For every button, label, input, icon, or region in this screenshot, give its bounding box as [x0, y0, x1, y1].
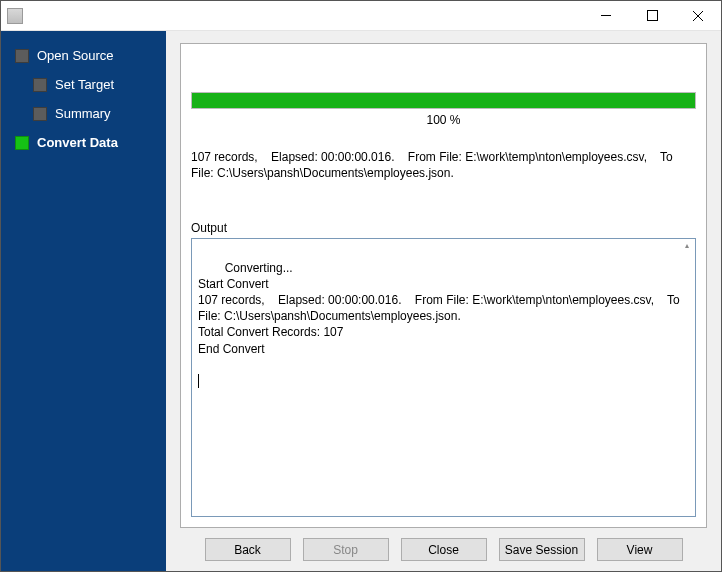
text-cursor: [198, 374, 199, 388]
output-content: Converting... Start Convert 107 records,…: [198, 261, 683, 356]
progress-label: 100 %: [191, 113, 696, 127]
close-window-button[interactable]: [675, 1, 721, 30]
sidebar-item-label: Convert Data: [37, 135, 118, 150]
minimize-button[interactable]: [583, 1, 629, 30]
progress-fill: [192, 93, 695, 108]
window-controls: [583, 1, 721, 30]
summary-text: 107 records, Elapsed: 00:00:00.016. From…: [191, 149, 696, 181]
client-area: Open Source Set Target Summary Convert D…: [1, 31, 721, 571]
close-icon: [693, 11, 703, 21]
back-button[interactable]: Back: [205, 538, 291, 561]
step-box-icon: [33, 107, 47, 121]
titlebar-left: [1, 8, 29, 24]
sidebar-item-set-target[interactable]: Set Target: [1, 70, 166, 99]
scroll-up-icon[interactable]: ▴: [681, 241, 693, 251]
close-button[interactable]: Close: [401, 538, 487, 561]
wizard-sidebar: Open Source Set Target Summary Convert D…: [1, 31, 166, 571]
sidebar-item-label: Set Target: [55, 77, 114, 92]
titlebar: [1, 1, 721, 31]
stop-button[interactable]: Stop: [303, 538, 389, 561]
view-button[interactable]: View: [597, 538, 683, 561]
sidebar-item-label: Summary: [55, 106, 111, 121]
output-label: Output: [191, 221, 696, 235]
content-panel: 100 % 107 records, Elapsed: 00:00:00.016…: [180, 43, 707, 528]
maximize-button[interactable]: [629, 1, 675, 30]
step-box-icon: [15, 136, 29, 150]
main-panel: 100 % 107 records, Elapsed: 00:00:00.016…: [166, 31, 721, 571]
sidebar-item-convert-data[interactable]: Convert Data: [1, 128, 166, 157]
sidebar-item-summary[interactable]: Summary: [1, 99, 166, 128]
progress-bar: [191, 92, 696, 109]
step-box-icon: [33, 78, 47, 92]
sidebar-item-open-source[interactable]: Open Source: [1, 41, 166, 70]
progress-section: 100 %: [191, 92, 696, 127]
app-icon: [7, 8, 23, 24]
save-session-button[interactable]: Save Session: [499, 538, 585, 561]
output-textarea[interactable]: Converting... Start Convert 107 records,…: [191, 238, 696, 517]
step-box-icon: [15, 49, 29, 63]
button-row: Back Stop Close Save Session View: [180, 528, 707, 561]
sidebar-item-label: Open Source: [37, 48, 114, 63]
